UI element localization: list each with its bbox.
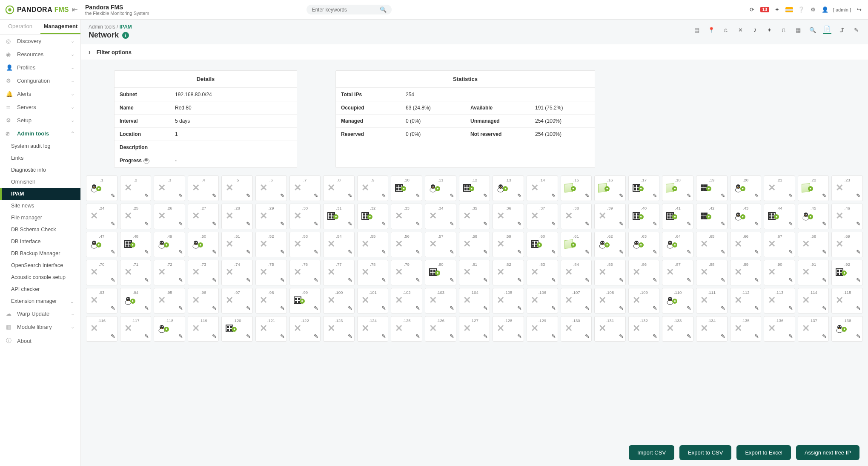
ip-cell-14[interactable]: .14 ✕ ✎ bbox=[527, 175, 558, 201]
edit-icon[interactable]: ✎ bbox=[856, 277, 861, 283]
edit-icon[interactable]: ✎ bbox=[415, 277, 420, 283]
ip-cell-90[interactable]: .90 ✕ ✎ bbox=[764, 260, 795, 285]
edit-icon[interactable]: ✎ bbox=[788, 333, 793, 339]
edit-icon[interactable]: ✎ bbox=[483, 249, 488, 255]
ip-cell-133[interactable]: .133 ✕ ✎ bbox=[662, 316, 693, 342]
ip-cell-100[interactable]: .100 ✕ ✎ bbox=[323, 288, 355, 314]
sidebar-sub-diagnostic info[interactable]: Diagnostic info bbox=[0, 164, 80, 176]
edit-icon[interactable]: ✎ bbox=[653, 333, 657, 339]
ip-cell-1[interactable]: .1 ● ✎ bbox=[86, 175, 117, 201]
tab-operation[interactable]: Operation bbox=[0, 20, 40, 34]
ip-cell-53[interactable]: .53 ✕ ✎ bbox=[289, 232, 321, 257]
tool-merge-icon[interactable]: ⤸ bbox=[751, 26, 759, 34]
edit-icon[interactable]: ✎ bbox=[788, 193, 793, 199]
edit-icon[interactable]: ✎ bbox=[144, 277, 149, 283]
edit-icon[interactable]: ✎ bbox=[212, 193, 217, 199]
edit-icon[interactable]: ✎ bbox=[721, 333, 725, 339]
ip-cell-92[interactable]: .92 ● ✎ bbox=[831, 260, 863, 285]
edit-icon[interactable]: ✎ bbox=[822, 249, 827, 255]
ip-cell-99[interactable]: .99 ● ✎ bbox=[289, 288, 321, 314]
edit-icon[interactable]: ✎ bbox=[483, 305, 488, 311]
ip-cell-30[interactable]: .30 ✕ ✎ bbox=[289, 204, 321, 229]
edit-icon[interactable]: ✎ bbox=[653, 249, 657, 255]
edit-icon[interactable]: ✎ bbox=[178, 221, 183, 227]
edit-icon[interactable]: ✎ bbox=[754, 221, 759, 227]
ip-cell-114[interactable]: .114 ✕ ✎ bbox=[798, 288, 829, 314]
edit-icon[interactable]: ✎ bbox=[314, 249, 318, 255]
ip-cell-86[interactable]: .86 ✕ ✎ bbox=[628, 260, 660, 285]
edit-icon[interactable]: ✎ bbox=[619, 221, 624, 227]
edit-icon[interactable]: ✎ bbox=[754, 277, 759, 283]
ip-cell-108[interactable]: .108 ✕ ✎ bbox=[594, 288, 626, 314]
edit-icon[interactable]: ✎ bbox=[246, 221, 251, 227]
edit-icon[interactable]: ✎ bbox=[619, 305, 624, 311]
ip-cell-78[interactable]: .78 ✕ ✎ bbox=[357, 260, 389, 285]
sidebar-sub-site news[interactable]: Site news bbox=[0, 200, 80, 212]
edit-icon[interactable]: ✎ bbox=[450, 249, 454, 255]
edit-icon[interactable]: ✎ bbox=[687, 277, 691, 283]
ip-cell-91[interactable]: .91 ✕ ✎ bbox=[798, 260, 829, 285]
ip-cell-35[interactable]: .35 ✕ ✎ bbox=[459, 204, 490, 229]
edit-icon[interactable]: ✎ bbox=[178, 305, 183, 311]
edit-icon[interactable]: ✎ bbox=[178, 277, 183, 283]
edit-icon[interactable]: ✎ bbox=[415, 249, 420, 255]
edit-icon[interactable]: ✎ bbox=[754, 249, 759, 255]
ip-cell-49[interactable]: .49 ● ✎ bbox=[154, 232, 185, 257]
ip-cell-135[interactable]: .135 ✕ ✎ bbox=[730, 316, 762, 342]
search-icon[interactable]: 🔍 bbox=[380, 6, 387, 13]
edit-icon[interactable]: ✎ bbox=[551, 333, 556, 339]
edit-icon[interactable]: ✎ bbox=[450, 277, 454, 283]
edit-icon[interactable]: ✎ bbox=[178, 193, 183, 199]
sidebar-sub-extension manager[interactable]: Extension manager⌄ bbox=[0, 295, 80, 307]
sidebar-sub-db interface[interactable]: DB Interface bbox=[0, 236, 80, 247]
export-excel-button[interactable]: Export to Excel bbox=[736, 445, 791, 460]
edit-icon[interactable]: ✎ bbox=[551, 305, 556, 311]
ip-cell-57[interactable]: .57 ✕ ✎ bbox=[425, 232, 456, 257]
sidebar-sub-acoustic console setup[interactable]: Acoustic console setup bbox=[0, 271, 80, 283]
edit-icon[interactable]: ✎ bbox=[754, 193, 759, 199]
ip-cell-47[interactable]: .47 ● ✎ bbox=[86, 232, 117, 257]
edit-icon[interactable]: ✎ bbox=[144, 333, 149, 339]
edit-icon[interactable]: ✎ bbox=[585, 221, 590, 227]
edit-icon[interactable]: ✎ bbox=[551, 193, 556, 199]
tab-management[interactable]: Management bbox=[40, 20, 81, 34]
edit-icon[interactable]: ✎ bbox=[280, 305, 285, 311]
ip-cell-85[interactable]: .85 ✕ ✎ bbox=[594, 260, 626, 285]
edit-icon[interactable]: ✎ bbox=[450, 221, 454, 227]
export-csv-button[interactable]: Export to CSV bbox=[679, 445, 731, 460]
ip-cell-109[interactable]: .109 ✕ ✎ bbox=[628, 288, 660, 314]
edit-icon[interactable]: ✎ bbox=[653, 193, 657, 199]
ip-cell-60[interactable]: .60 ● ✎ bbox=[527, 232, 558, 257]
ip-cell-98[interactable]: .98 ✕ ✎ bbox=[255, 288, 287, 314]
ip-cell-33[interactable]: .33 ✕ ✎ bbox=[391, 204, 422, 229]
tool-list-icon[interactable]: ▤ bbox=[693, 26, 701, 34]
edit-icon[interactable]: ✎ bbox=[111, 277, 115, 283]
ip-cell-116[interactable]: .116 ✕ ✎ bbox=[86, 316, 117, 342]
ip-cell-105[interactable]: .105 ✕ ✎ bbox=[493, 288, 524, 314]
edit-icon[interactable]: ✎ bbox=[348, 249, 352, 255]
edit-icon[interactable]: ✎ bbox=[144, 305, 149, 311]
stripes-icon[interactable] bbox=[785, 7, 793, 12]
edit-icon[interactable]: ✎ bbox=[687, 333, 691, 339]
search-bar[interactable]: 🔍 bbox=[307, 5, 392, 14]
sidebar-item-setup[interactable]: ⚙ Setup ⌄ bbox=[0, 114, 80, 127]
edit-icon[interactable]: ✎ bbox=[381, 193, 386, 199]
ip-cell-9[interactable]: .9 ✕ ✎ bbox=[357, 175, 389, 201]
ip-cell-136[interactable]: .136 ✕ ✎ bbox=[764, 316, 795, 342]
edit-icon[interactable]: ✎ bbox=[111, 249, 115, 255]
ip-cell-26[interactable]: .26 ✕ ✎ bbox=[154, 204, 185, 229]
sidebar-sub-db backup manager[interactable]: DB Backup Manager bbox=[0, 247, 80, 259]
ip-cell-18[interactable]: .18 ● ✎ bbox=[662, 175, 693, 201]
ip-cell-20[interactable]: .20 ● ✎ bbox=[730, 175, 762, 201]
ip-cell-54[interactable]: .54 ✕ ✎ bbox=[323, 232, 355, 257]
collapse-sidebar-icon[interactable]: ⇤ bbox=[72, 6, 77, 14]
ip-cell-128[interactable]: .128 ✕ ✎ bbox=[493, 316, 524, 342]
tool-tree-icon[interactable]: ⎍ bbox=[779, 26, 788, 34]
ip-cell-15[interactable]: .15 ● ✎ bbox=[561, 175, 592, 201]
edit-icon[interactable]: ✎ bbox=[381, 277, 386, 283]
ip-cell-59[interactable]: .59 ✕ ✎ bbox=[493, 232, 524, 257]
edit-icon[interactable]: ✎ bbox=[314, 221, 318, 227]
sidebar-sub-ipam[interactable]: IPAM bbox=[0, 188, 80, 200]
ip-cell-29[interactable]: .29 ✕ ✎ bbox=[255, 204, 287, 229]
edit-icon[interactable]: ✎ bbox=[687, 221, 691, 227]
